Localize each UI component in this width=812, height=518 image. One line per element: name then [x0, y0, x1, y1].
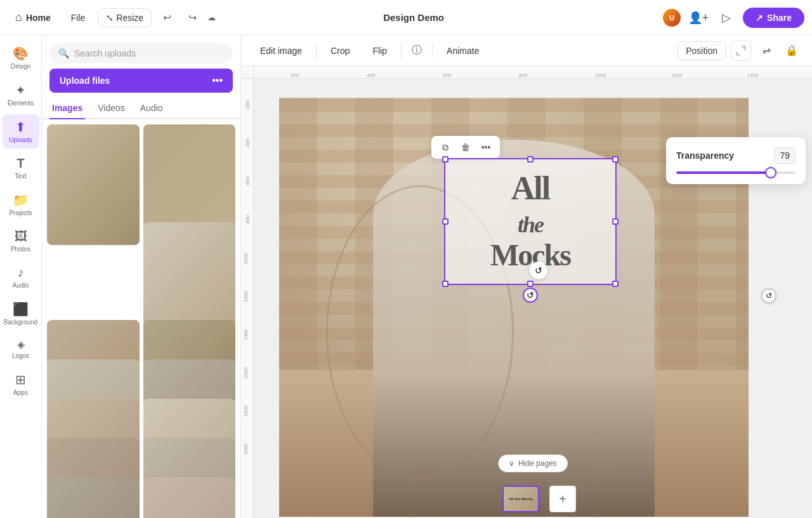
search-box: 🔍 — [49, 43, 233, 63]
lock-button[interactable]: 🔒 — [782, 41, 802, 61]
ruler-mark: 200 — [291, 72, 299, 78]
canvas-viewport-area: 200 400 600 800 1000 1200 1400 200 400 6… — [241, 66, 812, 518]
upload-item[interactable] — [47, 124, 140, 245]
sidebar-icons: 🎨 Design ✦ Elements ⬆ Uploads T Text 📁 P… — [0, 36, 42, 518]
topbar-center: Design Demo — [221, 8, 606, 27]
position-button[interactable]: Position — [678, 41, 726, 60]
canvas-viewport[interactable]: ⧉ 🗑 ••• — [254, 79, 812, 518]
sidebar-item-audio[interactable]: ♪ Audio — [3, 260, 39, 294]
transparency-slider[interactable] — [676, 171, 796, 174]
add-collaborator-button[interactable]: 👤+ — [687, 6, 710, 29]
refresh-button[interactable]: ↺ — [530, 262, 547, 279]
upload-item[interactable] — [143, 477, 236, 518]
sidebar-item-background[interactable]: ⬛ Background — [3, 296, 39, 331]
hide-pages-button[interactable]: ∨ Hide pages — [498, 455, 568, 472]
sidebar-item-logos[interactable]: ◈ Logos — [3, 333, 39, 364]
ruler-corner — [241, 66, 254, 79]
handle-top-left[interactable] — [442, 156, 449, 163]
tab-images[interactable]: Images — [49, 98, 85, 119]
refresh-icon: ↺ — [535, 265, 542, 276]
ruler-mark: 1400 — [747, 72, 759, 78]
delete-icon: 🗑 — [461, 142, 470, 152]
info-icon: ⓘ — [412, 44, 422, 57]
undo-icon: ↩ — [163, 11, 171, 23]
flip-button[interactable]: Flip — [364, 42, 396, 60]
upload-files-button[interactable]: Upload files ••• — [49, 69, 233, 93]
handle-bottom-right[interactable] — [612, 281, 619, 287]
tab-audio[interactable]: Audio — [138, 98, 166, 119]
delete-selection-button[interactable]: 🗑 — [457, 138, 475, 156]
sidebar-item-elements[interactable]: ✦ Elements — [3, 77, 39, 112]
ruler-mark: 800 — [245, 215, 251, 223]
transparency-label: Transparency — [676, 150, 734, 161]
resize-icon: ⤡ — [106, 13, 114, 23]
audio-icon: ♪ — [18, 265, 24, 280]
uploads-grid — [42, 119, 240, 518]
present-button[interactable]: ▷ — [715, 6, 738, 29]
sidebar-item-text[interactable]: T Text — [3, 151, 39, 185]
page-thumb-inner: All the Mocks — [504, 487, 538, 511]
main-area: 🎨 Design ✦ Elements ⬆ Uploads T Text 📁 P… — [0, 36, 812, 518]
handle-bottom-mid[interactable] — [527, 281, 534, 287]
transparency-button[interactable] — [731, 41, 751, 61]
ruler-mark: 1400 — [244, 329, 249, 341]
crop-button[interactable]: Crop — [322, 42, 358, 60]
ruler-left: 200 400 600 800 1000 1200 1400 1600 1800… — [241, 79, 254, 518]
divider — [316, 43, 317, 58]
sidebar-item-uploads[interactable]: ⬆ Uploads — [3, 114, 39, 149]
page-thumbnail-1[interactable]: All the Mocks — [502, 486, 539, 512]
handle-top-mid[interactable] — [527, 156, 534, 163]
edit-image-button[interactable]: Edit image — [251, 42, 311, 60]
sidebar-item-design[interactable]: 🎨 Design — [3, 41, 39, 75]
home-label: Home — [26, 13, 51, 23]
tab-videos[interactable]: Videos — [95, 98, 128, 119]
uploads-icon: ⬆ — [15, 119, 26, 135]
topbar-right: U 👤+ ▷ ↗ Share — [612, 6, 804, 29]
lock-icon: 🔒 — [785, 44, 798, 56]
present-icon: ▷ — [722, 11, 731, 25]
add-person-icon: 👤+ — [688, 11, 709, 25]
upload-item[interactable] — [47, 477, 140, 518]
topbar: ⌂ Home File ⤡ Resize ↩ ↪ ☁ Design Demo U… — [0, 0, 812, 36]
add-page-button[interactable]: + — [549, 486, 576, 512]
search-input[interactable] — [74, 48, 224, 58]
resize-button[interactable]: ⤡ Resize — [98, 8, 152, 27]
arrange-button[interactable]: ⇌ — [756, 41, 776, 61]
transparency-value[interactable]: 79 — [774, 147, 796, 164]
animate-button[interactable]: Animate — [438, 42, 488, 60]
share-button[interactable]: ↗ Share — [743, 8, 804, 28]
ruler-mark: 1000 — [595, 72, 606, 78]
transparency-thumb[interactable] — [765, 167, 776, 178]
page-number: 1 — [537, 508, 541, 515]
sidebar-item-photos[interactable]: 🖼 Photos — [3, 224, 39, 258]
file-button[interactable]: File — [63, 9, 93, 27]
copy-selection-button[interactable]: ⧉ — [436, 138, 454, 156]
rotate-handle[interactable]: ↺ — [523, 288, 538, 303]
expand-icon: ↺ — [766, 291, 772, 300]
divider — [432, 43, 433, 58]
home-button[interactable]: ⌂ Home — [8, 7, 58, 28]
resize-canvas-handle[interactable]: ↺ — [761, 288, 776, 303]
avatar: U — [662, 8, 682, 28]
transparency-popup: Transparency 79 — [666, 137, 806, 184]
text-icon: T — [16, 156, 24, 171]
handle-mid-left[interactable] — [442, 218, 449, 225]
handle-top-right[interactable] — [612, 156, 619, 163]
info-button[interactable]: ⓘ — [407, 41, 427, 61]
sidebar-item-apps[interactable]: ⊞ Apps — [3, 367, 39, 401]
apps-icon: ⊞ — [15, 372, 26, 387]
divider — [401, 43, 402, 58]
handle-bottom-left[interactable] — [442, 281, 449, 287]
photos-icon: 🖼 — [15, 229, 27, 244]
redo-button[interactable]: ↪ — [182, 8, 202, 28]
redo-icon: ↪ — [188, 11, 197, 23]
save-status: ☁ — [207, 13, 216, 22]
undo-button[interactable]: ↩ — [157, 8, 177, 28]
ruler-mark: 600 — [443, 72, 451, 78]
sidebar-item-projects[interactable]: 📁 Projects — [3, 187, 39, 222]
more-options-button[interactable]: ••• — [477, 138, 495, 156]
ruler-mark: 1800 — [244, 406, 249, 417]
mock-text: AlltheMocks — [490, 172, 570, 271]
handle-mid-right[interactable] — [612, 218, 619, 225]
ruler-mark: 400 — [367, 72, 375, 78]
